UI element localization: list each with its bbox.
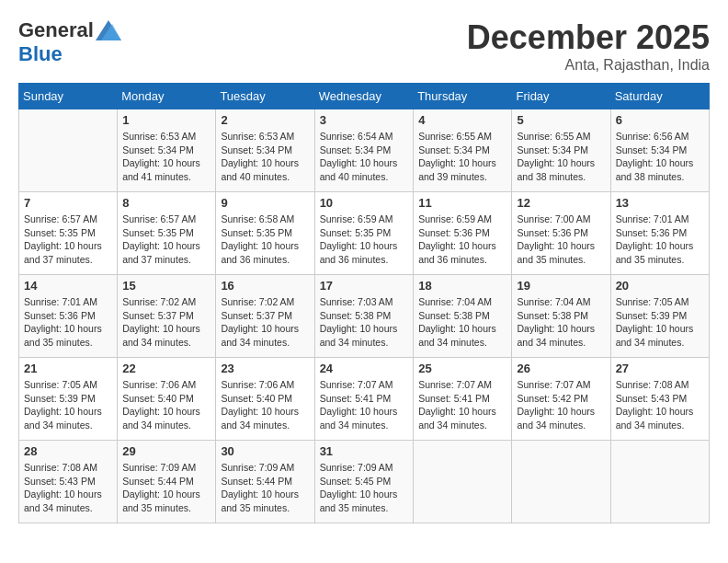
logo-general-text: General: [18, 18, 94, 42]
day-number: 15: [122, 279, 210, 293]
day-cell-28: 28Sunrise: 7:08 AMSunset: 5:43 PMDayligh…: [19, 441, 118, 523]
day-number: 17: [320, 279, 409, 293]
day-cell-14: 14Sunrise: 7:01 AMSunset: 5:36 PMDayligh…: [19, 275, 118, 358]
logo: General Blue: [18, 18, 121, 66]
day-number: 7: [24, 196, 112, 210]
day-info: Sunrise: 7:01 AMSunset: 5:36 PMDaylight:…: [24, 295, 112, 350]
day-cell-7: 7Sunrise: 6:57 AMSunset: 5:35 PMDaylight…: [19, 192, 118, 275]
weekday-header-wednesday: Wednesday: [314, 84, 414, 109]
day-number: 2: [221, 113, 309, 127]
day-number: 31: [320, 444, 409, 458]
week-row-1: 1Sunrise: 6:53 AMSunset: 5:34 PMDaylight…: [19, 109, 710, 192]
day-info: Sunrise: 7:03 AMSunset: 5:38 PMDaylight:…: [320, 295, 409, 350]
day-info: Sunrise: 6:53 AMSunset: 5:34 PMDaylight:…: [122, 130, 210, 184]
day-number: 5: [517, 113, 605, 127]
day-info: Sunrise: 7:07 AMSunset: 5:42 PMDaylight:…: [517, 378, 605, 432]
month-title: December 2025: [467, 18, 710, 57]
logo-icon: [96, 20, 121, 40]
calendar-table: SundayMondayTuesdayWednesdayThursdayFrid…: [18, 83, 710, 523]
day-info: Sunrise: 7:04 AMSunset: 5:38 PMDaylight:…: [517, 295, 605, 350]
day-number: 4: [418, 113, 506, 127]
empty-cell: [19, 109, 118, 192]
day-number: 21: [24, 362, 112, 375]
day-number: 18: [418, 279, 506, 293]
day-cell-26: 26Sunrise: 7:07 AMSunset: 5:42 PMDayligh…: [512, 358, 610, 441]
day-info: Sunrise: 7:05 AMSunset: 5:39 PMDaylight:…: [616, 295, 704, 350]
day-cell-19: 19Sunrise: 7:04 AMSunset: 5:38 PMDayligh…: [512, 275, 610, 358]
day-info: Sunrise: 7:09 AMSunset: 5:45 PMDaylight:…: [320, 461, 409, 515]
day-info: Sunrise: 7:08 AMSunset: 5:43 PMDaylight:…: [24, 461, 112, 515]
day-cell-22: 22Sunrise: 7:06 AMSunset: 5:40 PMDayligh…: [118, 358, 216, 441]
day-cell-10: 10Sunrise: 6:59 AMSunset: 5:35 PMDayligh…: [314, 192, 414, 275]
day-info: Sunrise: 7:05 AMSunset: 5:39 PMDaylight:…: [24, 378, 112, 432]
day-info: Sunrise: 7:07 AMSunset: 5:41 PMDaylight:…: [320, 378, 409, 432]
week-row-5: 28Sunrise: 7:08 AMSunset: 5:43 PMDayligh…: [19, 441, 710, 523]
day-number: 29: [122, 444, 210, 458]
day-info: Sunrise: 6:59 AMSunset: 5:35 PMDaylight:…: [320, 213, 409, 267]
day-number: 12: [517, 196, 605, 210]
weekday-header-friday: Friday: [512, 84, 610, 109]
day-number: 23: [221, 362, 309, 375]
day-cell-23: 23Sunrise: 7:06 AMSunset: 5:40 PMDayligh…: [216, 358, 314, 441]
day-cell-20: 20Sunrise: 7:05 AMSunset: 5:39 PMDayligh…: [610, 275, 709, 358]
day-number: 25: [418, 362, 506, 375]
day-number: 30: [221, 444, 309, 458]
empty-cell: [512, 441, 610, 523]
day-info: Sunrise: 7:01 AMSunset: 5:36 PMDaylight:…: [616, 213, 704, 267]
day-number: 16: [221, 279, 309, 293]
location: Anta, Rajasthan, India: [467, 57, 710, 74]
day-cell-8: 8Sunrise: 6:57 AMSunset: 5:35 PMDaylight…: [118, 192, 216, 275]
day-number: 9: [221, 196, 309, 210]
day-number: 13: [616, 196, 704, 210]
day-cell-13: 13Sunrise: 7:01 AMSunset: 5:36 PMDayligh…: [610, 192, 709, 275]
day-info: Sunrise: 7:02 AMSunset: 5:37 PMDaylight:…: [122, 295, 210, 350]
day-number: 24: [320, 362, 409, 375]
weekday-header-tuesday: Tuesday: [216, 84, 314, 109]
day-number: 27: [616, 362, 704, 375]
day-cell-21: 21Sunrise: 7:05 AMSunset: 5:39 PMDayligh…: [19, 358, 118, 441]
day-number: 10: [320, 196, 409, 210]
day-number: 11: [418, 196, 506, 210]
day-info: Sunrise: 7:06 AMSunset: 5:40 PMDaylight:…: [221, 378, 309, 432]
day-number: 26: [517, 362, 605, 375]
day-info: Sunrise: 6:53 AMSunset: 5:34 PMDaylight:…: [221, 130, 309, 184]
day-cell-1: 1Sunrise: 6:53 AMSunset: 5:34 PMDaylight…: [118, 109, 216, 192]
weekday-header-monday: Monday: [118, 84, 216, 109]
day-cell-3: 3Sunrise: 6:54 AMSunset: 5:34 PMDaylight…: [314, 109, 414, 192]
day-info: Sunrise: 7:08 AMSunset: 5:43 PMDaylight:…: [616, 378, 704, 432]
empty-cell: [414, 441, 512, 523]
day-number: 22: [122, 362, 210, 375]
day-info: Sunrise: 7:06 AMSunset: 5:40 PMDaylight:…: [122, 378, 210, 432]
day-info: Sunrise: 7:09 AMSunset: 5:44 PMDaylight:…: [122, 461, 210, 515]
day-number: 6: [616, 113, 704, 127]
day-cell-31: 31Sunrise: 7:09 AMSunset: 5:45 PMDayligh…: [314, 441, 414, 523]
week-row-3: 14Sunrise: 7:01 AMSunset: 5:36 PMDayligh…: [19, 275, 710, 358]
day-number: 14: [24, 279, 112, 293]
day-info: Sunrise: 6:55 AMSunset: 5:34 PMDaylight:…: [418, 130, 506, 184]
day-info: Sunrise: 7:02 AMSunset: 5:37 PMDaylight:…: [221, 295, 309, 350]
week-row-2: 7Sunrise: 6:57 AMSunset: 5:35 PMDaylight…: [19, 192, 710, 275]
day-number: 8: [122, 196, 210, 210]
day-info: Sunrise: 6:57 AMSunset: 5:35 PMDaylight:…: [24, 213, 112, 267]
day-info: Sunrise: 6:54 AMSunset: 5:34 PMDaylight:…: [320, 130, 409, 184]
day-number: 28: [24, 444, 112, 458]
day-info: Sunrise: 7:00 AMSunset: 5:36 PMDaylight:…: [517, 213, 605, 267]
day-info: Sunrise: 6:57 AMSunset: 5:35 PMDaylight:…: [122, 213, 210, 267]
day-info: Sunrise: 7:09 AMSunset: 5:44 PMDaylight:…: [221, 461, 309, 515]
day-info: Sunrise: 6:55 AMSunset: 5:34 PMDaylight:…: [517, 130, 605, 184]
weekday-header-row: SundayMondayTuesdayWednesdayThursdayFrid…: [19, 84, 710, 109]
day-info: Sunrise: 6:58 AMSunset: 5:35 PMDaylight:…: [221, 213, 309, 267]
day-cell-2: 2Sunrise: 6:53 AMSunset: 5:34 PMDaylight…: [216, 109, 314, 192]
day-cell-17: 17Sunrise: 7:03 AMSunset: 5:38 PMDayligh…: [314, 275, 414, 358]
day-cell-9: 9Sunrise: 6:58 AMSunset: 5:35 PMDaylight…: [216, 192, 314, 275]
weekday-header-thursday: Thursday: [414, 84, 512, 109]
day-number: 1: [122, 113, 210, 127]
day-cell-11: 11Sunrise: 6:59 AMSunset: 5:36 PMDayligh…: [414, 192, 512, 275]
day-info: Sunrise: 6:56 AMSunset: 5:34 PMDaylight:…: [616, 130, 704, 184]
day-cell-24: 24Sunrise: 7:07 AMSunset: 5:41 PMDayligh…: [314, 358, 414, 441]
weekday-header-saturday: Saturday: [610, 84, 709, 109]
day-cell-15: 15Sunrise: 7:02 AMSunset: 5:37 PMDayligh…: [118, 275, 216, 358]
day-cell-25: 25Sunrise: 7:07 AMSunset: 5:41 PMDayligh…: [414, 358, 512, 441]
weekday-header-sunday: Sunday: [19, 84, 118, 109]
day-info: Sunrise: 7:04 AMSunset: 5:38 PMDaylight:…: [418, 295, 506, 350]
